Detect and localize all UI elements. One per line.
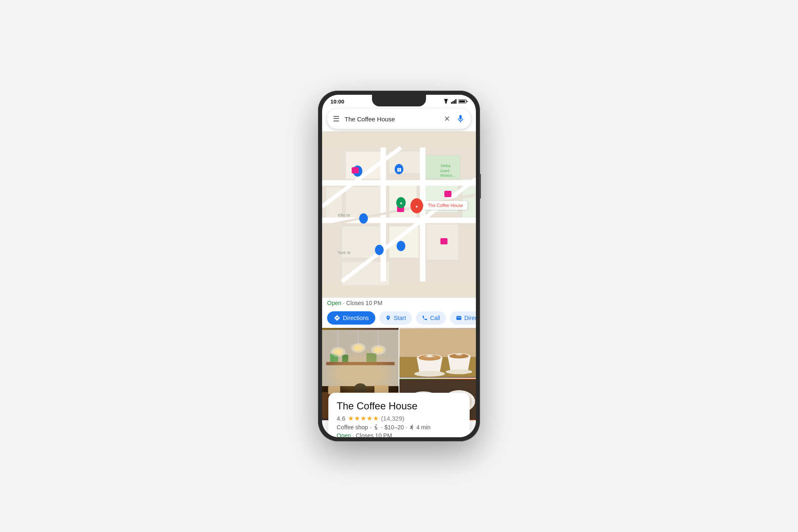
rating-number: 4.6 [337,415,345,422]
svg-rect-5 [467,101,468,102]
svg-point-70 [371,345,386,355]
direct-icon [456,315,462,321]
svg-rect-42 [444,191,451,197]
svg-rect-0 [451,102,452,103]
status-icons [443,99,468,104]
mic-icon[interactable] [456,114,465,123]
clear-icon[interactable]: ✕ [444,114,450,123]
svg-rect-52 [326,362,395,365]
meta-row: Coffee shop · · $10–20 · 4 min [337,424,461,431]
start-icon [385,315,391,321]
start-button[interactable]: Start [379,311,412,325]
dot-2: · [381,424,383,431]
category-text: Coffee shop [337,424,368,431]
svg-point-64 [354,383,366,393]
svg-text:The Coffee House: The Coffee House [428,203,463,208]
star-2: ★ [354,414,360,422]
direct-label: Direct [464,315,476,321]
svg-rect-41 [441,238,448,244]
walking-icon [409,424,415,431]
svg-point-38 [375,245,384,255]
phone-screen: 10:00 [322,95,476,437]
svg-point-78 [446,369,472,374]
phone-device: 10:00 [318,91,480,441]
place-title: The Coffee House [337,400,461,412]
svg-rect-54 [342,355,348,362]
svg-point-37 [397,241,405,251]
dot-1: · [369,424,371,431]
star-1: ★ [348,414,354,422]
phone-notch [372,95,426,106]
svg-point-68 [331,347,345,357]
svg-point-49 [376,424,377,426]
directions-icon [334,315,340,321]
svg-text:🅱: 🅱 [397,168,401,172]
svg-rect-2 [454,100,455,103]
svg-text:Yerba: Yerba [441,163,451,168]
call-icon [422,315,428,321]
status-close: · Closes 10 PM [352,432,392,437]
signal-icon [451,99,457,104]
directions-button[interactable]: Directions [327,311,375,325]
walk-time: 4 min [416,424,431,431]
map-background: Ellis St Turk St Yerba Gard Mosco... 📍 🅱 [322,131,476,298]
svg-rect-55 [367,353,377,362]
close-time: Closes 10 PM [356,432,392,437]
info-card-popup: The Coffee House 4.6 ★ ★ ★ ★ ★ (14,329) … [328,393,470,437]
review-count: (14,329) [381,415,404,422]
price-range: $10–20 [384,424,404,431]
svg-text:Turk St: Turk St [338,250,351,255]
svg-text:Gard: Gard [441,168,449,173]
panel-close-time: · Closes 10 PM [343,300,382,306]
map-container[interactable]: Ellis St Turk St Yerba Gard Mosco... 📍 🅱 [322,131,476,298]
status-open: Open [337,432,351,437]
direct-button[interactable]: Direct [450,311,476,325]
directions-label: Directions [343,315,369,321]
svg-text:Mosco...: Mosco... [441,173,456,177]
status-row: Open · Closes 10 PM [337,432,461,437]
svg-rect-1 [453,101,454,103]
svg-rect-3 [456,99,457,103]
svg-rect-39 [352,167,359,173]
panel-open: Open [327,300,341,306]
search-input-text[interactable]: The Coffee House [345,116,444,123]
svg-text:●: ● [416,204,418,209]
search-bar[interactable]: ☰ The Coffee House ✕ [327,109,471,129]
star-4: ★ [367,414,372,422]
svg-text:★: ★ [399,201,403,205]
wifi-icon [443,99,449,104]
menu-icon[interactable]: ☰ [333,114,340,123]
battery-icon [458,99,468,104]
svg-point-36 [359,213,368,224]
volume-button [479,174,481,199]
svg-point-75 [414,371,445,377]
svg-rect-6 [459,101,465,103]
rating-row: 4.6 ★ ★ ★ ★ ★ (14,329) [337,414,461,422]
star-3: ★ [360,414,366,422]
wheelchair-icon [373,424,379,431]
status-time: 10:00 [330,99,344,105]
call-button[interactable]: Call [416,311,446,325]
latte-photo [399,328,476,378]
stars: ★ ★ ★ ★ ★ [348,414,379,422]
star-5-half: ★ [373,414,379,422]
panel-status: Open · Closes 10 PM [322,298,476,307]
dot-3: · [406,424,407,431]
call-label: Call [430,315,440,321]
start-label: Start [394,315,406,321]
action-buttons-row: Directions Start Call [322,307,476,328]
svg-text:Ellis St: Ellis St [338,213,350,217]
photo-coffee-cup[interactable] [399,328,476,378]
svg-point-69 [351,343,366,352]
